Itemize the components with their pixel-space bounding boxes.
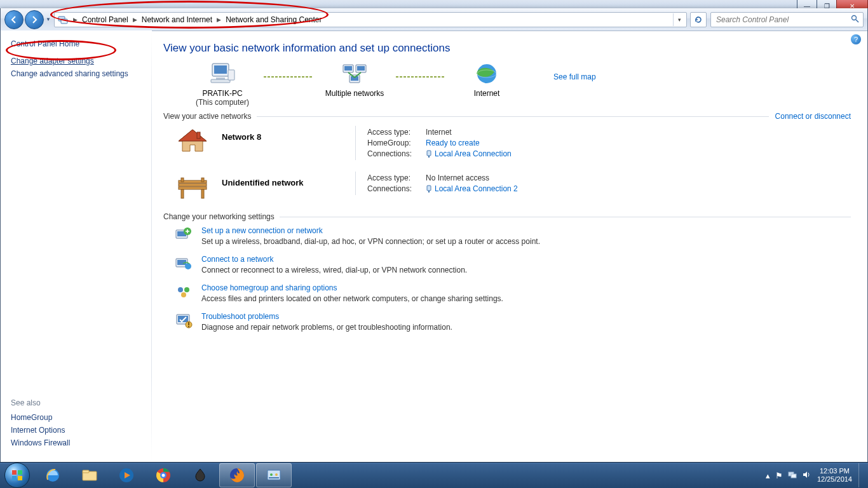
- svg-rect-26: [201, 178, 204, 182]
- search-box[interactable]: [710, 12, 864, 27]
- windows-logo-icon: [10, 468, 24, 482]
- svg-rect-39: [178, 316, 188, 322]
- svg-rect-18: [427, 151, 431, 156]
- svg-point-34: [185, 263, 191, 269]
- taskbar[interactable]: ▴ ⚑ 12:03 PM12/25/2014: [0, 462, 868, 488]
- svg-rect-56: [791, 474, 796, 478]
- svg-point-35: [178, 287, 183, 292]
- address-bar[interactable]: ▶ Control Panel ▶ Network and Internet ▶…: [54, 12, 687, 27]
- map-node-multiple-networks[interactable]: Multiple networks: [313, 61, 396, 107]
- computer-icon: [207, 61, 238, 88]
- change-adapter-settings-link[interactable]: Change adapter settings: [11, 56, 144, 66]
- svg-rect-23: [181, 189, 184, 198]
- svg-point-53: [275, 473, 278, 476]
- chevron-right-icon: ▶: [130, 17, 140, 23]
- svg-point-37: [181, 292, 186, 297]
- task-troubleshoot[interactable]: Troubleshoot problemsDiagnose and repair…: [175, 312, 851, 332]
- see-also-heading: See also: [11, 398, 70, 407]
- taskbar-ie[interactable]: [35, 463, 71, 487]
- connect-disconnect-link[interactable]: Connect or disconnect: [775, 112, 851, 121]
- address-dropdown[interactable]: ▾: [673, 13, 685, 26]
- show-desktop-button[interactable]: [858, 463, 864, 487]
- networks-icon: [339, 61, 370, 88]
- svg-rect-24: [201, 189, 204, 198]
- taskbar-app-flame[interactable]: [182, 463, 218, 487]
- chevron-right-icon: ▶: [214, 17, 224, 23]
- local-area-connection-link[interactable]: Local Area Connection: [426, 149, 512, 158]
- svg-rect-1: [61, 19, 67, 24]
- network-name[interactable]: Network 8: [222, 132, 355, 142]
- troubleshoot-icon: [175, 312, 193, 329]
- search-icon: [851, 15, 859, 25]
- homegroup-ready-link[interactable]: Ready to create: [426, 139, 480, 147]
- tray-show-hidden-icon[interactable]: ▴: [766, 471, 770, 480]
- tray-clock[interactable]: 12:03 PM12/25/2014: [817, 467, 852, 484]
- see-also-internet-options[interactable]: Internet Options: [11, 425, 70, 435]
- taskbar-explorer[interactable]: [72, 463, 107, 487]
- task-setup-connection[interactable]: Set up a new connection or networkSet up…: [175, 226, 851, 246]
- tray-volume-icon[interactable]: [802, 470, 811, 481]
- active-network-row: Unidentified network Access type:No Inte…: [175, 172, 851, 201]
- start-button[interactable]: [0, 463, 34, 488]
- svg-point-2: [852, 15, 857, 20]
- change-advanced-sharing-link[interactable]: Change advanced sharing settings: [11, 69, 144, 79]
- map-node-this-pc[interactable]: PRATIK-PC (This computer): [181, 61, 264, 107]
- local-area-connection-2-link[interactable]: Local Area Connection 2: [426, 184, 518, 193]
- chevron-right-icon: ▶: [70, 17, 81, 23]
- system-tray[interactable]: ▴ ⚑ 12:03 PM12/25/2014: [766, 463, 868, 487]
- explorer-window: ▼ ▶ Control Panel ▶ Network and Internet…: [0, 8, 868, 463]
- help-icon[interactable]: ?: [851, 34, 861, 44]
- forward-button[interactable]: [25, 10, 44, 29]
- svg-rect-5: [214, 65, 227, 74]
- svg-rect-21: [179, 184, 207, 186]
- ethernet-icon: [426, 150, 432, 158]
- search-input[interactable]: [715, 15, 851, 25]
- refresh-button[interactable]: [690, 12, 707, 27]
- home-network-icon: [175, 126, 210, 155]
- network-center-icon: [58, 15, 68, 25]
- taskbar-firefox[interactable]: [219, 463, 255, 487]
- map-connector: [396, 76, 445, 78]
- svg-point-36: [184, 287, 189, 292]
- svg-rect-12: [357, 66, 365, 71]
- see-also-homegroup[interactable]: HomeGroup: [11, 412, 70, 423]
- svg-rect-54: [269, 477, 279, 478]
- svg-line-3: [856, 20, 858, 22]
- svg-point-49: [162, 474, 165, 477]
- navigation-toolbar: ▼ ▶ Control Panel ▶ Network and Internet…: [1, 8, 867, 31]
- taskbar-control-panel[interactable]: [256, 463, 292, 487]
- see-full-map-link[interactable]: See full map: [553, 72, 596, 81]
- back-button[interactable]: [4, 10, 24, 29]
- new-connection-icon: [175, 226, 193, 243]
- map-node-internet[interactable]: Internet: [445, 61, 528, 107]
- taskbar-media-player[interactable]: [109, 463, 144, 487]
- page-title: View your basic network information and …: [163, 42, 851, 55]
- taskbar-chrome[interactable]: [146, 463, 181, 487]
- svg-rect-7: [211, 79, 230, 83]
- control-panel-home-link[interactable]: Control Panel Home: [11, 39, 144, 48]
- active-network-row: Network 8 Access type:Internet HomeGroup…: [175, 126, 851, 160]
- svg-point-52: [270, 473, 273, 476]
- svg-rect-42: [188, 326, 189, 327]
- main-content: ? View your basic network information an…: [152, 30, 867, 462]
- breadcrumb-network[interactable]: Network and Internet: [140, 15, 214, 24]
- network-name[interactable]: Unidentified network: [222, 178, 355, 187]
- internet-icon: [471, 61, 502, 88]
- network-map: PRATIK-PC (This computer) Multiple netwo…: [181, 61, 851, 107]
- breadcrumb-root[interactable]: Control Panel: [81, 15, 130, 24]
- svg-rect-27: [427, 186, 431, 191]
- connect-icon: [175, 255, 193, 271]
- window-chrome: — ❐ ✕: [0, 0, 868, 8]
- svg-rect-22: [179, 187, 207, 189]
- tray-flag-icon[interactable]: ⚑: [775, 471, 783, 480]
- tray-network-icon[interactable]: [788, 470, 797, 481]
- ethernet-icon: [426, 185, 432, 193]
- svg-rect-41: [188, 322, 189, 325]
- see-also-windows-firewall[interactable]: Windows Firewall: [11, 438, 70, 448]
- task-connect-network[interactable]: Connect to a networkConnect or reconnect…: [175, 255, 851, 274]
- svg-rect-10: [344, 66, 352, 71]
- history-dropdown[interactable]: ▼: [45, 11, 51, 28]
- breadcrumb-leaf[interactable]: Network and Sharing Center: [224, 15, 323, 24]
- network-details: Access type:No Internet access Connectio…: [355, 172, 518, 195]
- task-homegroup[interactable]: Choose homegroup and sharing optionsAcce…: [175, 283, 851, 303]
